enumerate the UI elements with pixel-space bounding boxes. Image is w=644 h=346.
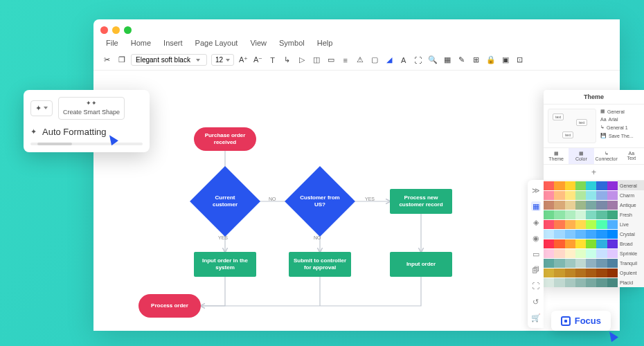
theme-preview[interactable]: text text text <box>548 109 596 143</box>
rail-expand-icon[interactable]: ⛶ <box>531 281 541 291</box>
tab-connector[interactable]: ↳Connector <box>594 148 619 164</box>
theme-title: Theme <box>544 90 644 104</box>
menu-page-layout[interactable]: Page Layout <box>195 39 238 47</box>
palette-row-general[interactable]: General <box>544 181 644 190</box>
palette-row-fresh[interactable]: Fresh <box>544 210 644 219</box>
palette-row-antique[interactable]: Antique <box>544 200 644 210</box>
menubar: File Home Insert Page Layout View Symbol… <box>93 19 620 51</box>
palette-row-charm[interactable]: Charm <box>544 190 644 200</box>
more-icon[interactable]: ⊡ <box>515 55 525 65</box>
crop-icon[interactable]: ⛶ <box>413 55 423 65</box>
label-yes-2: YES <box>218 235 228 240</box>
focus-icon <box>561 316 571 326</box>
label-no-1: NO <box>269 197 276 201</box>
rail-shapes-icon[interactable]: ≫ <box>531 185 541 195</box>
line-color-icon[interactable]: A <box>398 55 409 65</box>
theme-panel: ≫ ▦ ◈ ◉ ▭ 🗐 ⛶ ↺ 🛒 Theme text text text ▦… <box>544 90 644 287</box>
theme-options: ▦ General Aa Arial ↳ General 1 💾 Save Th… <box>600 109 634 143</box>
label-no-2: NO <box>314 235 321 240</box>
palette-row-sprinkle[interactable]: Sprinkle <box>544 248 644 258</box>
pointer-icon[interactable]: ▷ <box>296 55 307 65</box>
focus-button[interactable]: Focus <box>551 311 611 331</box>
warning-icon[interactable]: ⚠ <box>355 55 365 65</box>
label-yes-1: YES <box>365 197 375 201</box>
right-rail: ≫ ▦ ◈ ◉ ▭ 🗐 ⛶ ↺ 🛒 <box>528 180 544 328</box>
palette-row-tranquil[interactable]: Tranquil <box>544 258 644 268</box>
node-input-order[interactable]: Input order in the system <box>194 252 256 277</box>
font-select[interactable]: Elegant soft black <box>131 54 207 66</box>
node-process-new[interactable]: Process new customer record <box>390 189 452 214</box>
menu-file[interactable]: File <box>106 39 118 47</box>
rail-outline-icon[interactable]: 🗐 <box>531 265 541 275</box>
align-icon[interactable]: ≡ <box>340 55 350 65</box>
min-dot[interactable] <box>112 26 120 34</box>
copy-icon[interactable]: ❐ <box>116 55 127 65</box>
menu-view[interactable]: View <box>250 39 267 47</box>
node-submit[interactable]: Submit to controller for approval <box>289 252 351 277</box>
format-slider[interactable] <box>30 143 143 145</box>
focus-label: Focus <box>575 316 601 326</box>
size-select[interactable]: 12 <box>211 54 234 66</box>
rail-page-icon[interactable]: ▭ <box>531 249 541 259</box>
rail-cart-icon[interactable]: 🛒 <box>531 313 541 322</box>
toolbar: ✂ ❐ Elegant soft black 12 A⁺ A⁻ T ↳ ▷ ◫ … <box>93 51 620 71</box>
tab-text[interactable]: AaText <box>619 148 644 164</box>
max-dot[interactable] <box>124 26 132 34</box>
group-icon[interactable]: ⊞ <box>471 55 481 65</box>
node-decision-1[interactable]: Current customer <box>190 166 260 237</box>
rail-style-icon[interactable]: ◉ <box>531 233 541 243</box>
add-palette-button[interactable]: + <box>544 165 644 181</box>
palette-list: GeneralCharmAntiqueFreshLiveCrystalBroad… <box>544 181 644 287</box>
window-controls[interactable] <box>100 26 132 34</box>
connector-icon[interactable]: ↳ <box>282 55 292 65</box>
palette-row-opulent[interactable]: Opulent <box>544 268 644 277</box>
menu-insert[interactable]: Insert <box>163 39 183 47</box>
auto-format-popup: ✦ ✦✦Create Smart Shape ✦Auto Formatting <box>24 90 150 152</box>
search-icon[interactable]: 🔍 <box>427 55 438 65</box>
decrease-font-icon[interactable]: A⁻ <box>253 55 263 65</box>
rail-theme-icon[interactable]: ▦ <box>531 201 541 211</box>
lock-icon[interactable]: 🔒 <box>485 55 496 65</box>
auto-formatting-button[interactable]: ✦Auto Formatting <box>30 127 143 137</box>
font-size: 12 <box>215 56 223 64</box>
text-tool-icon[interactable]: T <box>267 55 278 65</box>
menu-help[interactable]: Help <box>317 39 333 47</box>
layers-icon[interactable]: ◫ <box>311 55 321 65</box>
theme-opt-connector[interactable]: ↳ General 1 <box>600 125 634 130</box>
pen-icon[interactable]: ✎ <box>456 55 467 65</box>
rail-history-icon[interactable]: ↺ <box>531 297 541 307</box>
shape-icon[interactable]: ▭ <box>325 55 336 65</box>
close-dot[interactable] <box>100 26 108 34</box>
spark-button[interactable]: ✦ <box>30 100 53 116</box>
palette-row-placid[interactable]: Placid <box>544 277 644 287</box>
rect-icon[interactable]: ▢ <box>369 55 379 65</box>
rail-layers-icon[interactable]: ◈ <box>531 217 541 227</box>
menu-home[interactable]: Home <box>131 39 151 47</box>
increase-font-icon[interactable]: A⁺ <box>238 55 249 65</box>
tab-theme[interactable]: ▦Theme <box>544 148 569 164</box>
frame-icon[interactable]: ▣ <box>500 55 510 65</box>
palette-row-live[interactable]: Live <box>544 219 644 229</box>
node-start[interactable]: Purchase order received <box>194 127 256 151</box>
menu-symbol[interactable]: Symbol <box>279 39 305 47</box>
palette-row-broad[interactable]: Broad <box>544 239 644 248</box>
theme-tabs: ▦Theme ▦Color ↳Connector AaText <box>544 147 644 165</box>
font-name: Elegant soft black <box>136 56 190 64</box>
cut-icon[interactable]: ✂ <box>102 55 112 65</box>
theme-opt-save[interactable]: 💾 Save The... <box>600 133 634 138</box>
theme-opt-font[interactable]: Aa Arial <box>600 117 634 122</box>
table-icon[interactable]: ▦ <box>442 55 452 65</box>
create-smart-shape-button[interactable]: ✦✦Create Smart Shape <box>58 97 125 120</box>
theme-opt-general[interactable]: ▦ General <box>600 109 634 114</box>
tab-color[interactable]: ▦Color <box>569 148 593 164</box>
palette-row-crystal[interactable]: Crystal <box>544 229 644 239</box>
node-input-order-2[interactable]: Input order <box>390 252 452 277</box>
node-end[interactable]: Process order <box>138 294 201 318</box>
node-decision-2[interactable]: Customer from US? <box>285 166 355 237</box>
fill-icon[interactable]: ◢ <box>384 55 394 65</box>
